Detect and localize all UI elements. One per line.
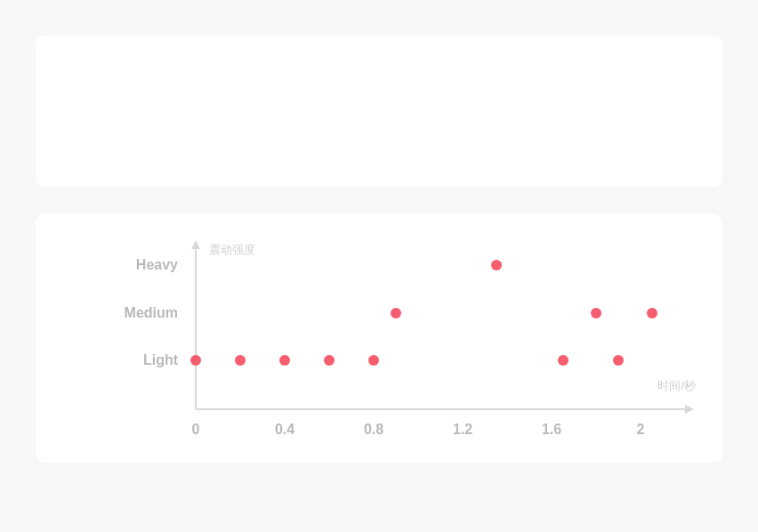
y-tick-light: Light (71, 352, 178, 368)
chart-dot (391, 308, 401, 318)
chart-dot (558, 355, 568, 366)
chart-dot (491, 260, 502, 270)
top-card (36, 36, 722, 187)
chart-dot (647, 308, 657, 318)
chart-dot (279, 355, 290, 366)
chart-dot (368, 355, 379, 366)
svg-marker-3 (685, 405, 694, 414)
x-tick-2: 0.8 (364, 422, 383, 438)
x-tick-3: 1.2 (453, 422, 472, 438)
x-tick-1: 0.4 (275, 422, 294, 438)
x-tick-4: 1.6 (542, 422, 561, 438)
y-tick-heavy: Heavy (71, 257, 178, 273)
svg-marker-1 (191, 240, 200, 249)
x-tick-0: 0 (192, 422, 200, 438)
chart-dot (324, 355, 335, 366)
chart-area: 震动强度 时间/秒 Light Medium Heavy 0 0.4 0.8 1… (71, 240, 687, 445)
chart-dot (613, 355, 624, 366)
chart-dot (190, 355, 201, 366)
x-tick-5: 2 (637, 422, 645, 438)
chart-dot (591, 308, 601, 318)
chart-card: 震动强度 时间/秒 Light Medium Heavy 0 0.4 0.8 1… (36, 214, 722, 463)
chart-dot (235, 355, 246, 366)
y-tick-medium: Medium (71, 305, 178, 321)
